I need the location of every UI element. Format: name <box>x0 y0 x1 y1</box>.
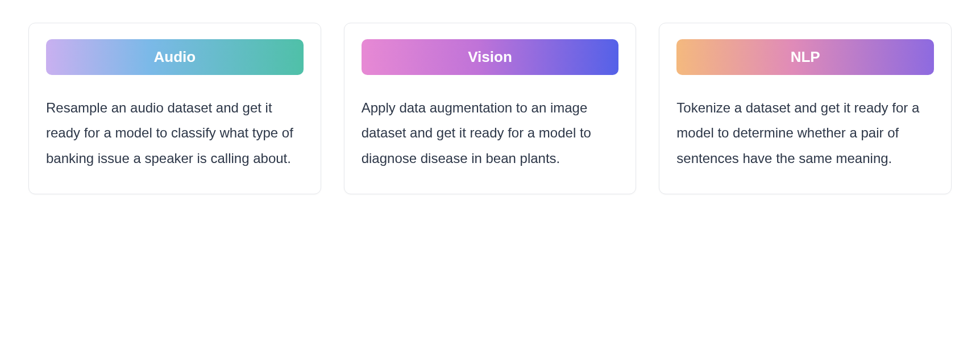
card-audio[interactable]: Audio Resample an audio dataset and get … <box>28 23 321 194</box>
card-header-audio: Audio <box>46 39 304 75</box>
card-description-vision: Apply data augmentation to an image data… <box>362 95 619 171</box>
card-header-vision: Vision <box>362 39 619 75</box>
card-nlp[interactable]: NLP Tokenize a dataset and get it ready … <box>659 23 952 194</box>
card-description-audio: Resample an audio dataset and get it rea… <box>46 95 304 171</box>
card-description-nlp: Tokenize a dataset and get it ready for … <box>676 95 934 171</box>
cards-container: Audio Resample an audio dataset and get … <box>28 23 952 194</box>
card-vision[interactable]: Vision Apply data augmentation to an ima… <box>344 23 637 194</box>
card-header-nlp: NLP <box>676 39 934 75</box>
